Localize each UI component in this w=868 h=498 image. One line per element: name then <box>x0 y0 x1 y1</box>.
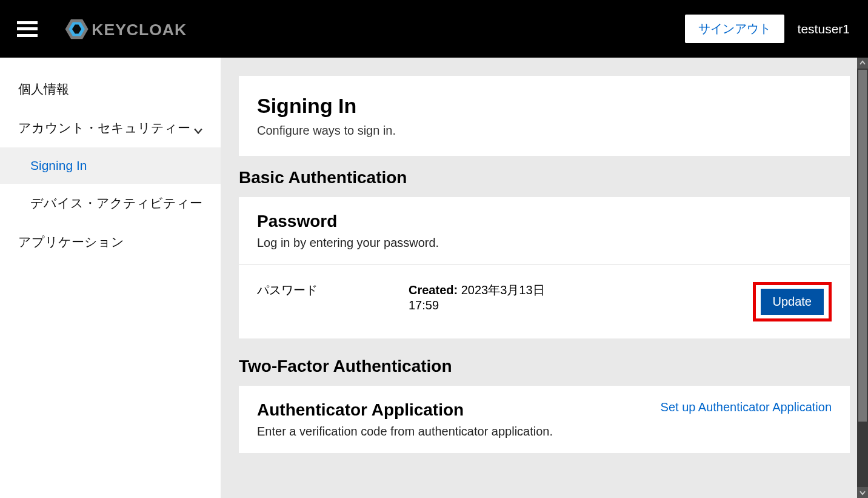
page-title: Signing In <box>257 94 832 118</box>
update-button[interactable]: Update <box>761 289 824 315</box>
sidebar-item-device-activity[interactable]: デバイス・アクティビティー <box>0 184 221 223</box>
sidebar: 個人情報 アカウント・セキュリティー Signing In デバイス・アクティビ… <box>0 58 221 498</box>
scrollbar-vertical[interactable] <box>857 58 868 498</box>
scroll-down-icon[interactable] <box>857 487 868 498</box>
chevron-down-icon <box>194 124 202 132</box>
page-header-panel: Signing In Configure ways to sign in. <box>239 76 850 156</box>
sidebar-item-label: アプリケーション <box>18 234 124 251</box>
svg-text:KEYCLOAK: KEYCLOAK <box>92 20 187 38</box>
sidebar-item-label: アカウント・セキュリティー <box>18 119 190 136</box>
brand-logo[interactable]: KEYCLOAK <box>61 18 222 41</box>
sidebar-item-personal-info[interactable]: 個人情報 <box>0 70 221 109</box>
scroll-up-icon[interactable] <box>857 58 868 69</box>
sidebar-item-account-security[interactable]: アカウント・セキュリティー <box>0 109 221 147</box>
authenticator-card: Authenticator Application Enter a verifi… <box>239 386 850 453</box>
sidebar-item-applications[interactable]: アプリケーション <box>0 223 221 261</box>
sidebar-item-label: デバイス・アクティビティー <box>30 195 202 212</box>
update-highlight: Update <box>753 282 832 321</box>
setup-authenticator-link[interactable]: Set up Authenticator Application <box>661 400 832 414</box>
password-desc: Log in by entering your password. <box>257 236 832 250</box>
created-label: Created: <box>409 283 458 297</box>
scrollbar-thumb[interactable] <box>858 70 867 422</box>
username-label: testuser1 <box>798 22 850 36</box>
hamburger-icon[interactable] <box>17 21 38 37</box>
sidebar-item-label: Signing In <box>30 158 87 173</box>
authenticator-desc: Enter a verification code from authentic… <box>257 425 553 439</box>
sidebar-item-label: 個人情報 <box>18 81 69 98</box>
topbar: KEYCLOAK サインアウト testuser1 <box>0 0 868 58</box>
authenticator-title: Authenticator Application <box>257 400 553 420</box>
password-created: Created: 2023年3月13日 17:59 <box>409 282 566 312</box>
password-title: Password <box>257 212 832 231</box>
section-basic-auth: Basic Authentication <box>239 168 850 190</box>
main-content: Signing In Configure ways to sign in. Ba… <box>221 58 868 498</box>
sidebar-item-signing-in[interactable]: Signing In <box>0 147 221 184</box>
signout-button[interactable]: サインアウト <box>685 15 784 43</box>
page-subtitle: Configure ways to sign in. <box>257 124 832 138</box>
section-two-factor: Two-Factor Authentication <box>239 357 850 379</box>
password-row-label: パスワード <box>257 282 409 298</box>
password-card: Password Log in by entering your passwor… <box>239 197 850 338</box>
